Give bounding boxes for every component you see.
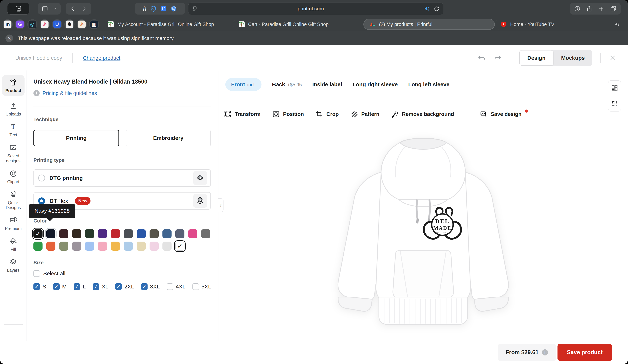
placement-front[interactable]: Frontincl.	[225, 78, 261, 91]
size-option-3xl[interactable]: ✓3XL	[141, 283, 160, 290]
color-swatch[interactable]	[150, 229, 159, 238]
pinned-tab-medium[interactable]: m	[2, 19, 13, 29]
color-swatch[interactable]	[188, 229, 197, 238]
color-swatch[interactable]	[85, 242, 94, 251]
pattern-button[interactable]: Pattern	[350, 110, 379, 118]
tab-youtube-tv[interactable]: Home - YouTube TV	[495, 19, 626, 30]
color-swatch-black-selected[interactable]: ✓	[33, 229, 43, 238]
tab-cart[interactable]: Cart - Paradise Grill Online Gift Shop	[233, 19, 364, 30]
size-option-xl[interactable]: ✓XL	[93, 283, 108, 290]
color-swatch[interactable]	[98, 229, 107, 238]
color-swatch[interactable]	[201, 229, 210, 238]
checkbox-checked[interactable]: ✓	[74, 283, 80, 290]
mockup-layout-button[interactable]	[608, 81, 621, 96]
printing-type-dtg[interactable]: DTG printing	[33, 169, 211, 187]
sidebar-item-saved-designs[interactable]: Saved designs	[2, 144, 24, 163]
color-swatch[interactable]	[150, 242, 159, 251]
reload-icon[interactable]	[434, 6, 440, 12]
color-swatch[interactable]	[98, 242, 107, 251]
placement-long-left-sleeve[interactable]: Long left sleeve	[408, 81, 450, 87]
tab-audio-icon[interactable]	[615, 22, 620, 27]
checkbox-checked[interactable]: ✓	[115, 283, 122, 290]
reader-icon[interactable]	[192, 6, 198, 11]
checkbox-checked[interactable]: ✓	[93, 283, 99, 290]
globe-extension-icon[interactable]	[170, 5, 177, 12]
color-swatch[interactable]	[175, 229, 184, 238]
save-design-button[interactable]: Save design	[480, 110, 528, 118]
address-bar[interactable]: printful.com	[188, 2, 443, 15]
dtflex-layers-button[interactable]	[193, 194, 207, 208]
size-option-5xl[interactable]: 5XL	[192, 283, 211, 290]
close-icon[interactable]: ✕	[5, 35, 13, 42]
color-swatch-white-selected[interactable]: ✓	[175, 242, 184, 251]
radio-dtflex[interactable]	[38, 197, 45, 204]
size-option-s[interactable]: ✓S	[33, 283, 46, 290]
back-button[interactable]	[70, 5, 76, 12]
technique-embroidery-button[interactable]: Embroidery	[126, 130, 211, 146]
product-mockup[interactable]: DEL MADE EST. 2020	[312, 130, 534, 348]
sidebar-item-premium[interactable]: Premium	[2, 216, 24, 231]
size-option-2xl[interactable]: ✓2XL	[115, 283, 134, 290]
color-swatch[interactable]	[124, 229, 133, 238]
pinned-tab-grammarly[interactable]: G	[15, 19, 25, 29]
checkbox-unchecked[interactable]	[167, 283, 173, 290]
close-editor-icon[interactable]	[609, 54, 616, 62]
grid-toggle-button[interactable]	[608, 96, 621, 111]
checkbox-unchecked[interactable]	[192, 283, 199, 290]
color-swatch[interactable]	[111, 242, 120, 251]
crop-button[interactable]: Crop	[315, 110, 339, 118]
color-swatch[interactable]	[33, 242, 43, 251]
sidebar-item-quick-designs[interactable]: Quick Designs	[2, 191, 24, 210]
select-all-checkbox[interactable]	[33, 270, 40, 277]
color-swatch[interactable]	[162, 242, 171, 251]
placement-back[interactable]: Back+$5.95	[272, 81, 302, 87]
panel-extension-icon[interactable]	[160, 5, 167, 12]
color-swatch[interactable]	[137, 242, 146, 251]
checkbox-checked[interactable]: ✓	[33, 283, 40, 290]
pinned-tab-frame[interactable]: ▣	[89, 19, 99, 29]
share-icon[interactable]	[586, 5, 593, 12]
color-swatch[interactable]	[46, 242, 55, 251]
collapse-panel-button[interactable]: ‹	[218, 198, 224, 212]
redo-button[interactable]	[493, 54, 502, 62]
color-swatch-navy-hovered[interactable]	[46, 229, 55, 238]
new-tab-icon[interactable]	[598, 5, 605, 12]
pinned-tab-flower[interactable]: ✳	[40, 19, 50, 29]
pinned-tab-swirl[interactable]: ◎	[27, 19, 37, 29]
color-swatch[interactable]	[162, 229, 171, 238]
sidebar-item-clipart[interactable]: Clipart	[2, 170, 24, 184]
forward-button[interactable]	[81, 5, 87, 12]
technique-printing-button[interactable]: Printing	[33, 130, 119, 146]
audio-playing-icon[interactable]	[424, 6, 430, 12]
downloads-icon[interactable]	[574, 5, 581, 12]
color-swatch[interactable]	[111, 229, 120, 238]
size-option-l[interactable]: ✓L	[74, 283, 86, 290]
checkbox-checked[interactable]: ✓	[53, 283, 60, 290]
remove-background-button[interactable]: Remove background	[391, 110, 454, 118]
pricing-guidelines-link[interactable]: Pricing & file guidelines	[43, 90, 97, 96]
pinned-tab-u[interactable]: U	[52, 19, 62, 29]
shield-extension-icon[interactable]	[150, 5, 157, 12]
tab-my-products-active[interactable]: (2) My products | Printful	[363, 19, 495, 30]
undo-button[interactable]	[477, 54, 486, 62]
position-button[interactable]: Position	[272, 110, 304, 118]
size-option-4xl[interactable]: 4XL	[167, 283, 185, 290]
dtg-layers-button[interactable]	[193, 171, 207, 185]
placement-inside-label[interactable]: Inside label	[312, 81, 342, 87]
honey-extension-icon[interactable]: h	[143, 5, 147, 12]
tab-overview-icon[interactable]	[610, 5, 617, 12]
sidebar-item-product[interactable]: Product	[2, 75, 24, 96]
color-swatch[interactable]	[124, 242, 133, 251]
change-product-link[interactable]: Change product	[83, 55, 120, 61]
placement-long-right-sleeve[interactable]: Long right sleeve	[353, 81, 397, 87]
tab-my-account[interactable]: My Account - Paradise Grill Online Gift …	[102, 19, 233, 30]
save-product-button[interactable]: Save product	[557, 344, 612, 361]
sidebar-item-fill[interactable]: Fill	[2, 237, 24, 252]
tab-mockups[interactable]: Mockups	[553, 50, 592, 66]
color-swatch[interactable]	[59, 229, 68, 238]
color-swatch[interactable]	[72, 242, 81, 251]
tab-design[interactable]: Design	[519, 50, 553, 66]
transform-button[interactable]: Transform	[224, 110, 261, 118]
color-swatch[interactable]	[59, 242, 68, 251]
sidebar-item-text[interactable]: T Text	[2, 123, 24, 138]
